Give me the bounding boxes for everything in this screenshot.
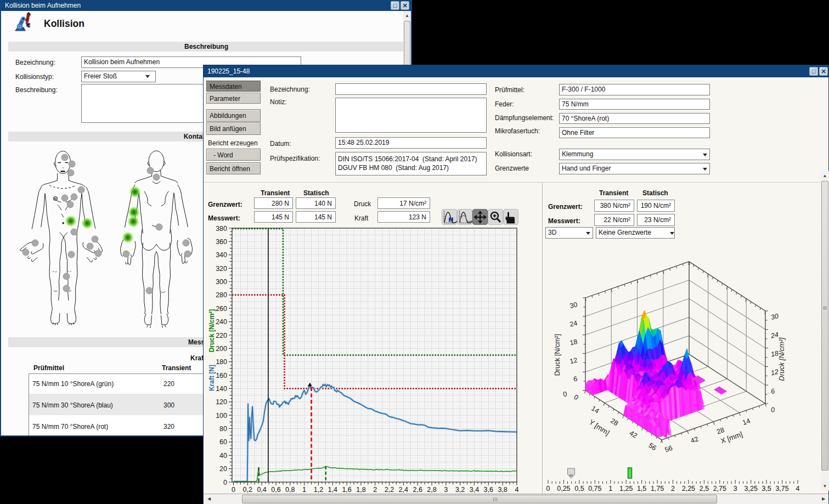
- svg-text:3,75: 3,75: [775, 485, 788, 492]
- svg-text:3,25: 3,25: [745, 485, 758, 492]
- svg-text:360: 360: [216, 238, 227, 246]
- svg-text:0,25: 0,25: [557, 485, 570, 492]
- svg-text:220: 220: [216, 332, 227, 339]
- svg-text:320: 320: [216, 265, 227, 273]
- svg-text:3,2: 3,2: [455, 486, 465, 494]
- svg-text:1,2: 1,2: [314, 486, 323, 494]
- svg-text:Kraft [N]: Kraft [N]: [208, 365, 216, 391]
- svg-text:14: 14: [742, 417, 752, 427]
- svg-text:0: 0: [232, 486, 235, 494]
- svg-text:2: 2: [373, 486, 377, 494]
- svg-text:30: 30: [569, 301, 578, 310]
- svg-text:2,5: 2,5: [700, 485, 709, 492]
- svg-text:2,25: 2,25: [682, 485, 695, 492]
- svg-text:42: 42: [628, 429, 639, 439]
- svg-text:3,6: 3,6: [484, 486, 493, 494]
- svg-text:4: 4: [796, 485, 800, 492]
- svg-text:4: 4: [515, 486, 518, 494]
- svg-text:0,6: 0,6: [271, 486, 280, 494]
- svg-text:300: 300: [216, 278, 227, 286]
- svg-text:Druck [N/cm²]: Druck [N/cm²]: [777, 337, 786, 381]
- svg-text:0,8: 0,8: [285, 486, 295, 494]
- svg-text:120: 120: [216, 398, 227, 406]
- svg-text:0,2: 0,2: [243, 486, 252, 494]
- svg-text:0: 0: [223, 479, 227, 486]
- svg-text:2,4: 2,4: [399, 486, 408, 494]
- svg-text:Druck [N/cm²]: Druck [N/cm²]: [554, 334, 561, 376]
- svg-text:56: 56: [664, 444, 674, 454]
- svg-text:28: 28: [715, 426, 725, 436]
- svg-text:2,6: 2,6: [413, 486, 422, 494]
- svg-text:0: 0: [562, 390, 568, 398]
- svg-text:20: 20: [219, 465, 227, 473]
- svg-text:1: 1: [608, 485, 612, 492]
- svg-text:1,75: 1,75: [651, 485, 664, 492]
- svg-text:56: 56: [647, 441, 658, 452]
- svg-text:340: 340: [216, 251, 227, 259]
- svg-text:3,8: 3,8: [498, 486, 507, 494]
- svg-text:18: 18: [569, 338, 578, 347]
- svg-text:3: 3: [734, 485, 737, 492]
- svg-text:240: 240: [216, 318, 227, 326]
- svg-text:160: 160: [216, 372, 227, 380]
- svg-text:0: 0: [546, 485, 550, 492]
- svg-text:6: 6: [573, 375, 578, 383]
- svg-text:140: 140: [216, 385, 227, 393]
- svg-text:3: 3: [444, 486, 448, 494]
- svg-text:42: 42: [690, 435, 700, 445]
- svg-text:1,25: 1,25: [619, 485, 633, 492]
- svg-text:100: 100: [216, 412, 227, 420]
- svg-text:14: 14: [590, 404, 600, 415]
- svg-text:24: 24: [569, 319, 578, 329]
- svg-text:Druck [N/cm²]: Druck [N/cm²]: [208, 309, 216, 353]
- svg-text:60: 60: [219, 438, 227, 446]
- svg-text:1: 1: [302, 486, 306, 494]
- svg-text:280: 280: [216, 291, 227, 299]
- svg-text:1,8: 1,8: [356, 486, 365, 494]
- svg-text:0: 0: [770, 406, 776, 414]
- svg-text:80: 80: [219, 425, 227, 433]
- svg-text:30: 30: [770, 312, 780, 321]
- svg-text:0,5: 0,5: [574, 485, 584, 492]
- svg-text:0,4: 0,4: [257, 486, 266, 494]
- svg-text:1,6: 1,6: [342, 486, 351, 494]
- svg-text:0,75: 0,75: [588, 485, 601, 492]
- svg-text:2,8: 2,8: [427, 486, 436, 494]
- svg-text:3,5: 3,5: [762, 485, 771, 492]
- svg-text:380: 380: [216, 225, 227, 233]
- svg-text:1,5: 1,5: [637, 485, 646, 492]
- svg-text:2,2: 2,2: [385, 486, 394, 494]
- svg-text:6: 6: [770, 387, 776, 395]
- svg-text:3,4: 3,4: [470, 486, 479, 494]
- svg-text:200: 200: [216, 345, 227, 353]
- svg-text:Y [mm]: Y [mm]: [588, 418, 611, 437]
- svg-text:2,75: 2,75: [713, 485, 726, 492]
- svg-text:180: 180: [216, 358, 227, 366]
- svg-text:260: 260: [216, 305, 227, 313]
- svg-text:0: 0: [572, 393, 579, 402]
- svg-text:2: 2: [671, 485, 675, 492]
- svg-text:1,4: 1,4: [328, 486, 337, 494]
- svg-text:12: 12: [569, 356, 578, 366]
- svg-text:28: 28: [609, 417, 619, 427]
- svg-text:40: 40: [219, 452, 227, 460]
